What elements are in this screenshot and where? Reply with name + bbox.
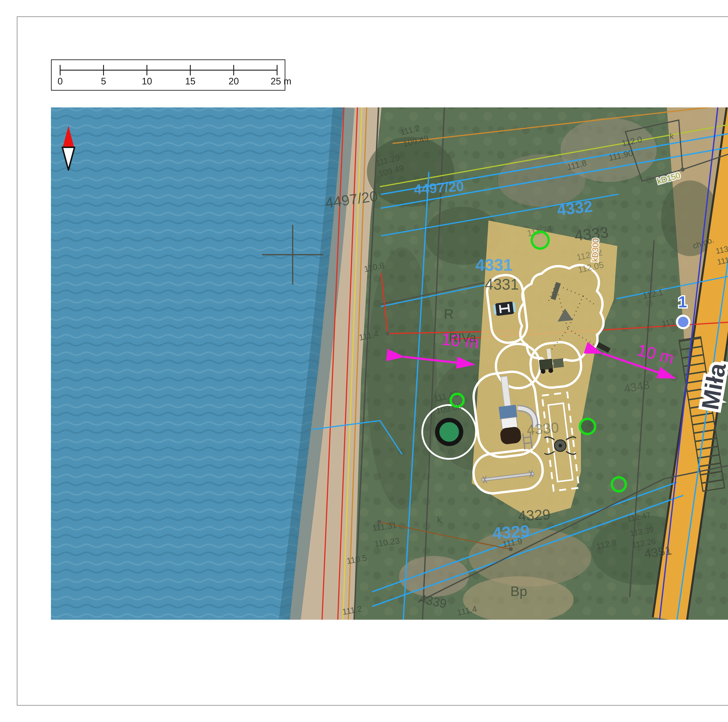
scale-tick bbox=[277, 65, 277, 75]
map-label: 4329 bbox=[518, 506, 551, 524]
scale-label: 15 bbox=[185, 76, 196, 87]
map-label: 4331 bbox=[485, 276, 519, 293]
map-label: k bbox=[437, 514, 442, 524]
site-plan-page: 0 5 10 15 20 25 m bbox=[0, 0, 728, 722]
marker-dot bbox=[678, 317, 688, 327]
tree-ring-marker bbox=[580, 419, 595, 434]
map-label: 4332 bbox=[556, 197, 593, 219]
map-label: Bp bbox=[510, 583, 527, 599]
tree-band bbox=[367, 247, 437, 509]
scale-label: 20 bbox=[228, 76, 239, 87]
tree-ring-marker bbox=[451, 394, 463, 407]
scale-label: 5 bbox=[101, 76, 106, 87]
ground-patch bbox=[399, 556, 469, 597]
scale-bar: 0 5 10 15 20 25 m bbox=[51, 60, 285, 91]
scale-tick bbox=[103, 65, 104, 75]
map-label: kD300 bbox=[590, 238, 600, 262]
scale-tick bbox=[147, 65, 147, 75]
scale-label: 25 m bbox=[271, 76, 291, 87]
ground-patch bbox=[463, 576, 574, 623]
tree-ring-marker bbox=[532, 232, 549, 249]
map-label: 4330 bbox=[526, 419, 560, 438]
tree-ring-marker bbox=[612, 477, 626, 492]
scale-tick bbox=[190, 65, 191, 75]
marker-number: 1 bbox=[678, 293, 687, 311]
map-label: RIVa bbox=[449, 330, 476, 345]
map-label: 4331 bbox=[476, 256, 513, 274]
scale-tick bbox=[233, 65, 234, 75]
scale-label: 10 bbox=[142, 76, 152, 87]
scale-tick bbox=[60, 65, 61, 75]
site-map: 10 m 10 m S. Staszica Piastowska Miła 64… bbox=[0, 0, 728, 722]
map-label: k bbox=[670, 132, 674, 141]
scale-bar-line bbox=[60, 70, 277, 70]
map-label: R bbox=[444, 306, 454, 322]
scale-label: 0 bbox=[58, 76, 63, 87]
